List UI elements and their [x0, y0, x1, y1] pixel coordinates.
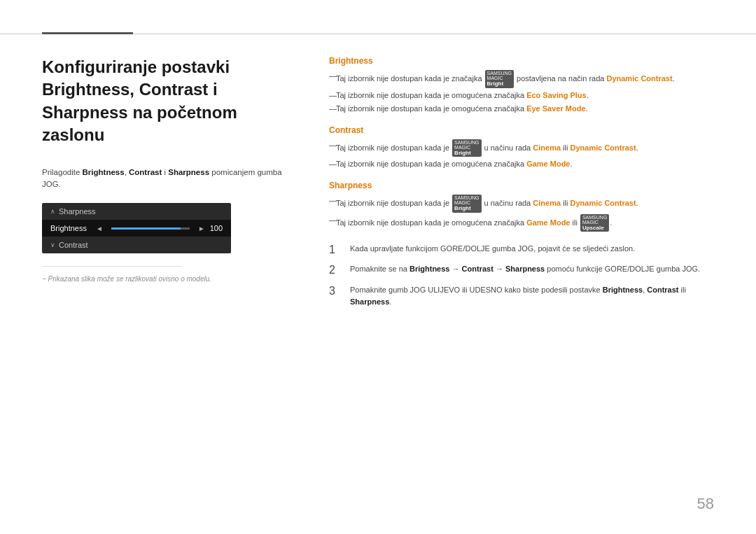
- eye-saver: Eye Saver Mode: [526, 104, 585, 113]
- sharpness-bullet-2: Taj izbornik nije dostupan kada je omogu…: [329, 214, 714, 232]
- step-1: 1 Kada upravljate funkcijom GORE/DOLJE g…: [329, 243, 714, 256]
- dynamic-contrast-1: Dynamic Contrast: [606, 74, 672, 83]
- slider-track: [111, 227, 190, 230]
- page-number: 58: [697, 495, 714, 513]
- step3-sharpness: Sharpness: [350, 297, 389, 306]
- bold-sharpness: Sharpness: [168, 168, 209, 176]
- bold-contrast: Contrast: [129, 168, 162, 176]
- sharpness-bullet-1: Taj izbornik nije dostupan kada je SAMSU…: [329, 195, 714, 213]
- nav-left-icon: ◄: [96, 225, 103, 232]
- brightness-slider[interactable]: [108, 227, 192, 230]
- magic-badge-4: SAMSUNGMAGICUpscale: [580, 214, 609, 232]
- cinema-2: Cinema: [533, 199, 561, 207]
- section-heading-contrast: Contrast: [329, 125, 714, 135]
- step-number-2: 2: [329, 263, 343, 276]
- step-3: 3 Pomaknite gumb JOG ULIJEVO ili UDESNO …: [329, 284, 714, 308]
- dynamic-contrast-2: Dynamic Contrast: [570, 143, 636, 151]
- brightness-bullet-3: Taj izbornik nije dostupan kada je omogu…: [329, 103, 714, 115]
- step3-contrast: Contrast: [647, 286, 678, 294]
- arrow-up-icon: ∧: [50, 208, 55, 215]
- contrast-bullet-1: Taj izbornik nije dostupan kada je SAMSU…: [329, 139, 714, 157]
- step3-brightness: Brightness: [603, 286, 643, 294]
- brightness-value: 100: [205, 224, 223, 232]
- magic-badge-1: SAMSUNGMAGICBright: [485, 70, 514, 88]
- ui-row-contrast: ∨ Contrast: [42, 237, 231, 253]
- steps-section: 1 Kada upravljate funkcijom GORE/DOLJE g…: [329, 243, 714, 307]
- sharpness-label: Sharpness: [59, 207, 96, 216]
- right-column: Brightness Taj izbornik nije dostupan ka…: [329, 56, 714, 315]
- eco-saving: Eco Saving Plus: [526, 91, 587, 99]
- step-3-text: Pomaknite gumb JOG ULIJEVO ili UDESNO ka…: [350, 284, 714, 308]
- page-title: Konfiguriranje postavki Brightness, Cont…: [42, 56, 301, 147]
- step-1-text: Kada upravljate funkcijom GORE/DOLJE gum…: [350, 243, 714, 255]
- section-heading-sharpness: Sharpness: [329, 181, 714, 190]
- game-mode-2: Game Mode: [526, 218, 570, 226]
- footnote: − Prikazana slika može se razlikovati ov…: [42, 275, 301, 283]
- brightness-bullet-1: Taj izbornik nije dostupan kada je znača…: [329, 70, 714, 88]
- step-2-text: Pomaknite se na Brightness → Contrast → …: [350, 263, 714, 275]
- ui-mockup: ∧ Sharpness Brightness ◄ ► 100 ∨: [42, 203, 231, 253]
- contrast-bullet-2: Taj izbornik nije dostupan kada je omogu…: [329, 158, 714, 171]
- brightness-label: Brightness: [50, 224, 96, 232]
- magic-badge-3: SAMSUNGMAGICBright: [452, 195, 481, 213]
- bold-brightness: Brightness: [83, 168, 125, 176]
- page-container: Konfiguriranje postavki Brightness, Cont…: [0, 0, 756, 534]
- step2-contrast: Contrast: [462, 265, 493, 273]
- section-heading-brightness: Brightness: [329, 56, 714, 66]
- divider: [42, 266, 182, 267]
- ui-row-brightness: Brightness ◄ ► 100: [42, 220, 231, 237]
- nav-right-icon: ►: [198, 225, 205, 232]
- game-mode-1: Game Mode: [526, 160, 570, 168]
- top-line-accent: [42, 32, 133, 34]
- step2-sharpness: Sharpness: [505, 265, 545, 273]
- brightness-bullet-2: Taj izbornik nije dostupan kada je omogu…: [329, 90, 714, 102]
- cinema-1: Cinema: [533, 143, 561, 151]
- left-column: Konfiguriranje postavki Brightness, Cont…: [42, 56, 301, 315]
- step-2: 2 Pomaknite se na Brightness → Contrast …: [329, 263, 714, 276]
- main-content: Konfiguriranje postavki Brightness, Cont…: [42, 56, 714, 315]
- step2-brightness: Brightness: [410, 265, 449, 273]
- magic-badge-2: SAMSUNGMAGICBright: [452, 139, 481, 157]
- dynamic-contrast-3: Dynamic Contrast: [570, 199, 636, 207]
- slider-fill: [111, 227, 181, 230]
- arrow-down-icon: ∨: [50, 241, 55, 248]
- ui-row-sharpness: ∧ Sharpness: [42, 203, 231, 220]
- subtitle: Prilagodite Brightness, Contrast i Sharp…: [42, 167, 301, 191]
- step-number-3: 3: [329, 284, 343, 297]
- contrast-label: Contrast: [59, 241, 88, 249]
- step-number-1: 1: [329, 243, 343, 256]
